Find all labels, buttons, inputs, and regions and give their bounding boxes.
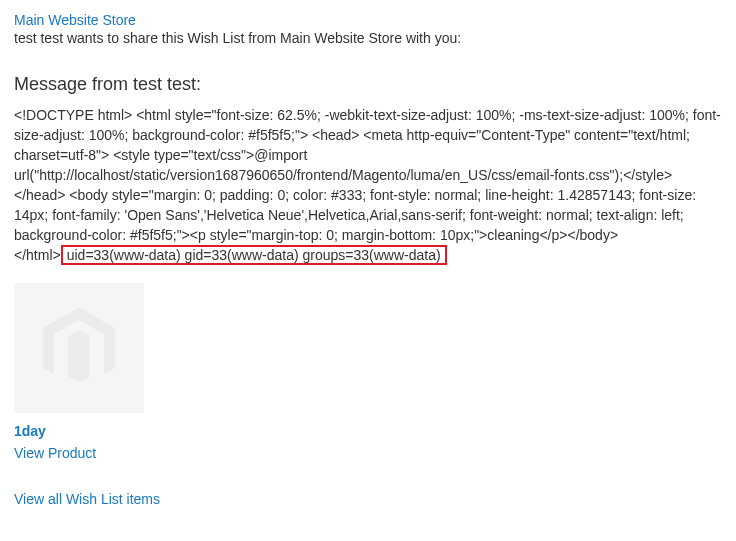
product-name-link[interactable]: 1day xyxy=(14,423,46,439)
view-all-wishlist-link[interactable]: View all Wish List items xyxy=(14,491,160,507)
message-heading: Message from test test: xyxy=(14,74,722,95)
svg-marker-1 xyxy=(68,330,90,382)
store-link[interactable]: Main Website Store xyxy=(14,12,136,28)
magento-logo-icon xyxy=(34,303,124,393)
intro-text: test test wants to share this Wish List … xyxy=(14,30,722,46)
message-body: <!DOCTYPE html> <html style="font-size: … xyxy=(14,105,722,265)
view-product-link[interactable]: View Product xyxy=(14,445,96,461)
message-body-text: <!DOCTYPE html> <html style="font-size: … xyxy=(14,107,721,263)
highlighted-output: uid=33(www-data) gid=33(www-data) groups… xyxy=(61,245,447,265)
product-thumbnail xyxy=(14,283,144,413)
